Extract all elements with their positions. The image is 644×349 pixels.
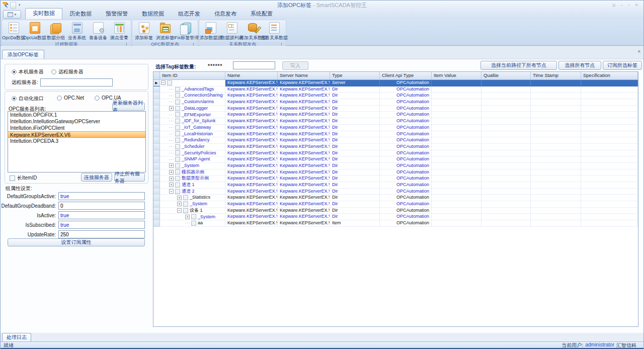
row-checkbox[interactable] (175, 176, 180, 181)
row-checkbox[interactable] (175, 183, 180, 188)
radio-icon[interactable] (51, 69, 56, 74)
quick-access-doc-icon[interactable] (10, 2, 16, 9)
row-checkbox[interactable] (175, 106, 180, 111)
long-itemid-checkbox[interactable]: 长ItemID (10, 175, 37, 182)
row-checkbox[interactable] (191, 221, 196, 226)
prop-input[interactable] (58, 202, 145, 210)
ribbon-tab[interactable]: 历史数据 (62, 9, 99, 19)
tree-row[interactable]: +通道 1Kepware.KEPServerEX.V6Kepware.KEPSe… (153, 182, 638, 189)
tree-row[interactable]: _SchedulerKepware.KEPServerEX.V6Kepware.… (153, 144, 638, 150)
tree-expander-icon[interactable]: − (169, 189, 174, 194)
server-list-item[interactable]: Intellution.iFixOPCClient (8, 125, 145, 131)
ribbon-button-ifix-pages[interactable]: IFix标签管理 (176, 21, 197, 41)
radio-remote-server[interactable]: 远程服务器 (51, 68, 84, 75)
radio-icon[interactable] (12, 96, 17, 101)
row-checkbox[interactable] (175, 112, 180, 117)
tab-process-log[interactable]: 处理日志 (2, 333, 31, 341)
ribbon-tab[interactable]: 预警报警 (99, 9, 135, 19)
column-header[interactable]: Time Stamp (531, 72, 581, 79)
tree-row[interactable]: +_SystemKepware.KEPServerEX.V6Kepware.KE… (153, 201, 638, 208)
server-list-item[interactable]: Intellution.IntellutionGatewayOPCServer (8, 118, 145, 125)
row-checkbox[interactable] (175, 163, 180, 168)
ribbon-button-opcda-list[interactable]: OpcDa数据 (3, 21, 24, 41)
row-checkbox[interactable] (175, 144, 180, 149)
tree-row[interactable]: +_SystemKepware.KEPServerEX.V6Kepware.KE… (153, 214, 638, 220)
column-header[interactable]: Client Api Type (380, 72, 432, 79)
tree-row[interactable]: _SNMP AgentKepware.KEPServerEX.V6Kepware… (153, 156, 638, 163)
radio-icon[interactable] (12, 69, 17, 74)
tree-row[interactable]: ▶−Kepware.KEPServerEX.V6Kepware.KEPServe… (153, 80, 638, 86)
subscribe-selected-button[interactable]: 订阅所选标签 (603, 61, 642, 70)
row-checkbox[interactable] (175, 93, 180, 98)
ribbon-button-business-system-monitor[interactable]: 业务系统 (66, 21, 88, 41)
row-checkbox[interactable] (191, 214, 196, 219)
row-checkbox[interactable] (175, 119, 180, 124)
tree-expander-icon[interactable]: + (169, 170, 174, 175)
select-all-nodes-button[interactable]: 选择所有节点 (558, 61, 601, 70)
tree-expander-icon[interactable]: + (185, 215, 190, 219)
tree-expander-icon[interactable]: + (177, 196, 182, 200)
tree-row[interactable]: _SecurityPoliciesKepware.KEPServerEX.V6K… (153, 150, 638, 157)
close-icon[interactable]: ✕ (634, 1, 638, 10)
server-list-item[interactable]: Kepware.KEPServerEX.V6 (8, 131, 145, 138)
ribbon-button-opcua-window[interactable]: OpcUa数据 (24, 21, 45, 41)
application-menu-button[interactable]: ▼ (3, 10, 21, 19)
ribbon-button-tag-table[interactable]: 测点变量 (109, 21, 130, 41)
tree-row[interactable]: +数据类型示例Kepware.KEPServerEX.V6Kepware.KEP… (153, 176, 638, 182)
select-current-path-button[interactable]: 选择当前路径下所有节点 (480, 61, 557, 70)
tree-row[interactable]: +_StatisticsKepware.KEPServerEX.V6Kepwar… (153, 195, 638, 201)
server-list-item[interactable]: Intellution.OPCiFIX.1 (8, 112, 145, 118)
stop-all-servers-button[interactable]: 停止所有服务器 (114, 173, 145, 182)
connect-server-button[interactable]: 连接服务器 (81, 173, 112, 182)
prop-input[interactable] (58, 221, 145, 229)
radio-icon[interactable] (57, 96, 62, 101)
row-checkbox[interactable] (175, 157, 180, 162)
server-list-item[interactable]: Intellution.OPCEDA.3 (8, 138, 145, 144)
row-checkbox[interactable] (167, 80, 172, 85)
tree-row[interactable]: −设备 1Kepware.KEPServerEX.V6Kepware.KEPSe… (153, 208, 638, 214)
row-checkbox[interactable] (175, 189, 180, 194)
tree-expander-icon[interactable]: + (169, 163, 174, 168)
radio-opc-net[interactable]: OPC.Net (57, 95, 84, 101)
prop-input[interactable] (58, 230, 145, 238)
resize-icon[interactable]: ⇲ (611, 1, 615, 10)
ribbon-button-device-gear[interactable]: ⚙装备设备 (88, 21, 109, 41)
ribbon-button-add-datasource-page[interactable]: 添加数据源 (200, 21, 221, 41)
ribbon-tab[interactable]: 系统配置 (244, 9, 280, 19)
ribbon-button-view-relational-page[interactable]: 查看关系数据 (264, 21, 285, 41)
tree-row[interactable]: _AdvancedTagsKepware.KEPServerEX.V6Kepwa… (153, 86, 638, 93)
ribbon-tab[interactable]: 实时数据 (25, 8, 62, 19)
tree-row[interactable]: _IDF_for_SplunkKepware.KEPServerEX.V6Kep… (153, 118, 638, 125)
set-subscription-button[interactable]: 设置订阅属性 (8, 238, 145, 246)
ribbon-tab[interactable]: 信息发布 (207, 9, 244, 19)
radio-local-server[interactable]: 本机服务器 (12, 68, 44, 75)
column-header[interactable]: Item ID (160, 72, 225, 79)
tree-expander-icon[interactable]: + (169, 177, 174, 181)
opc-server-listbox[interactable]: Intellution.OPCiFIX.1Intellution.Intellu… (8, 111, 146, 172)
row-checkbox[interactable] (183, 202, 188, 207)
tab-add-opc-tag[interactable]: 添加OPC标签 (2, 50, 44, 59)
tag-count-input[interactable] (233, 61, 275, 69)
quick-access-dropdown-icon[interactable]: ▾ (18, 3, 22, 7)
row-checkbox[interactable] (175, 100, 180, 105)
column-header[interactable]: Type (330, 72, 380, 79)
tree-expander-icon[interactable]: + (177, 202, 182, 206)
tree-row[interactable]: +_DataLoggerKepware.KEPServerEX.V6Kepwar… (153, 106, 638, 112)
radio-automation-interface[interactable]: 自动化接口 (12, 95, 44, 102)
row-checkbox[interactable] (183, 208, 188, 213)
column-header[interactable]: Item Value (432, 72, 481, 79)
column-header[interactable]: Server Name (278, 72, 330, 79)
row-checkbox[interactable] (175, 169, 180, 175)
tree-row[interactable]: _ConnectionSharingKepware.KEPServerEX.V6… (153, 93, 638, 99)
tree-row[interactable]: +模拟器示例Kepware.KEPServerEX.V6Kepware.KEPS… (153, 169, 638, 176)
row-checkbox[interactable] (175, 150, 180, 155)
tree-row[interactable]: _LocalHistorianKepware.KEPServerEX.V6Kep… (153, 131, 638, 138)
row-checkbox[interactable] (183, 195, 188, 200)
tree-row[interactable]: _RedundancyKepware.KEPServerEX.V6Kepware… (153, 137, 638, 144)
tree-row[interactable]: _IoT_GatewayKepware.KEPServerEX.V6Kepwar… (153, 125, 638, 131)
ribbon-tab[interactable]: 组态开发 (171, 9, 207, 19)
prop-input[interactable] (58, 192, 145, 200)
refresh-server-list-button[interactable]: 更新服务器列表 (112, 103, 145, 111)
checkbox-icon[interactable] (10, 176, 15, 181)
restore-icon[interactable]: ▫ (628, 1, 629, 10)
